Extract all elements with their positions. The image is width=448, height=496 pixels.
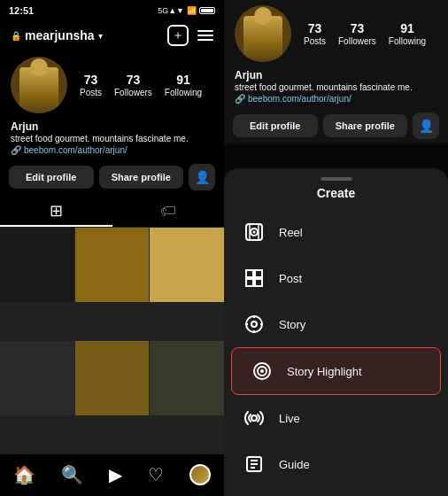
story-icon (242, 312, 266, 337)
status-icons-left: 5G▲▼ 📶 (158, 6, 215, 15)
profile-section-left: 73 Posts 73 Followers 91 Following (0, 51, 224, 119)
grid-icon: ⊞ (50, 201, 63, 221)
sheet-handle-wrap (224, 168, 448, 186)
svg-rect-5 (246, 270, 253, 277)
action-buttons-left: Edit profile Share profile 👤 (0, 159, 224, 196)
bio-name-left: Arjun (11, 120, 213, 133)
bio-text-right: street food gourmet. mountains fascinate… (235, 81, 437, 94)
share-profile-button-right[interactable]: Share profile (323, 114, 408, 137)
followers-label: Followers (114, 88, 152, 97)
guide-label: Guide (279, 458, 310, 471)
sheet-title: Create (224, 186, 448, 209)
create-post-item[interactable]: Post (224, 255, 448, 301)
grid-cell-6[interactable] (150, 341, 224, 415)
nav-search-icon[interactable]: 🔍 (61, 464, 83, 485)
nav-profile-avatar[interactable] (189, 464, 211, 485)
bio-text-left: street food gourmet. mountains fascinate… (11, 133, 213, 145)
grid-cell-4[interactable] (0, 341, 74, 415)
avatar-right (235, 5, 291, 62)
followers-count-right: 73 (351, 21, 365, 35)
link-icon: 🔗 (11, 145, 21, 155)
left-panel: 12:51 5G▲▼ 📶 🔒 mearjunsha ▾ ＋ (0, 0, 224, 496)
following-count-right: 91 (400, 21, 414, 35)
link-icon-right: 🔗 (235, 94, 245, 104)
add-person-button[interactable]: 👤 (189, 164, 215, 190)
posts-label: Posts (80, 88, 102, 97)
sheet-items: Reel Post Story Story Highlight (224, 209, 448, 487)
svg-rect-6 (255, 270, 262, 277)
following-label: Following (165, 88, 202, 97)
bio-link-left[interactable]: 🔗 beebom.com/author/arjun/ (11, 145, 213, 155)
avatar-figure-right (243, 16, 282, 62)
story-highlight-label: Story Highlight (287, 365, 362, 378)
create-reel-item[interactable]: Reel (224, 209, 448, 255)
menu-line-2 (197, 35, 213, 36)
lock-icon: 🔒 (11, 31, 21, 41)
username-left: mearjunsha (25, 28, 95, 43)
following-label-right: Following (389, 36, 426, 46)
header-left: 🔒 mearjunsha ▾ ＋ (0, 19, 224, 51)
svg-rect-8 (255, 279, 262, 286)
add-content-button[interactable]: ＋ (167, 25, 189, 46)
bio-section-right: Arjun street food gourmet. mountains fas… (224, 67, 448, 107)
add-person-button-right[interactable]: 👤 (413, 112, 439, 139)
chevron-down-icon[interactable]: ▾ (98, 31, 103, 41)
grid-cell-2[interactable] (75, 228, 150, 302)
menu-line-3 (197, 39, 213, 41)
hamburger-menu-button[interactable] (197, 30, 213, 41)
svg-rect-7 (246, 279, 253, 286)
stat-following: 91 Following (165, 73, 202, 97)
stat-following-right: 91 Following (389, 21, 426, 46)
avatar-figure (19, 67, 58, 113)
avatar-head (30, 58, 48, 76)
live-label: Live (279, 412, 300, 425)
bio-name-right: Arjun (235, 69, 437, 81)
battery-left (199, 7, 215, 14)
stats-row-right: 73 Posts 73 Followers 91 Following (304, 21, 426, 46)
post-icon (242, 266, 266, 291)
tab-bar-left: ⊞ 🏷 (0, 196, 224, 228)
photo-grid-left (0, 228, 224, 453)
followers-label-right: Followers (338, 36, 376, 46)
create-guide-item[interactable]: Guide (224, 441, 448, 487)
bio-section-left: Arjun street food gourmet. mountains fas… (0, 119, 224, 159)
create-live-item[interactable]: Live (224, 395, 448, 441)
posts-count-right: 73 (308, 21, 322, 35)
svg-point-17 (260, 369, 264, 373)
bio-link-right[interactable]: 🔗 beebom.com/author/arjun/ (235, 94, 437, 104)
sheet-handle (321, 177, 352, 181)
svg-point-18 (251, 415, 257, 421)
nav-home-icon[interactable]: 🏠 (13, 464, 35, 485)
edit-profile-button[interactable]: Edit profile (9, 166, 94, 189)
followers-count: 73 (127, 73, 141, 87)
create-story-highlight-item[interactable]: Story Highlight (231, 347, 441, 395)
header-username-wrap: 🔒 mearjunsha ▾ (11, 28, 103, 43)
person-tag-icon: 🏷 (160, 202, 176, 221)
right-panel: 12:51 4G▲▼ 📶 🔒 mearjunsha ▾ ＋ 1 (224, 0, 448, 496)
grid-cell-3[interactable] (150, 228, 224, 302)
stats-row-left: 73 Posts 73 Followers 91 Following (80, 73, 202, 97)
profile-section-right: 73 Posts 73 Followers 91 Following (224, 0, 448, 67)
action-buttons-right: Edit profile Share profile 👤 (224, 107, 448, 144)
nav-heart-icon[interactable]: ♡ (148, 464, 164, 485)
svg-point-9 (246, 316, 262, 332)
create-story-item[interactable]: Story (224, 301, 448, 347)
share-profile-button[interactable]: Share profile (99, 166, 184, 189)
avatar-left (11, 57, 67, 113)
reel-label: Reel (279, 226, 303, 239)
signal-left: 5G▲▼ (158, 6, 184, 15)
grid-cell-1[interactable] (0, 228, 74, 302)
story-highlight-icon (250, 359, 274, 384)
tab-grid[interactable]: ⊞ (0, 196, 112, 227)
posts-count: 73 (84, 73, 98, 87)
nav-reels-icon[interactable]: ▶ (109, 464, 122, 485)
stat-followers: 73 Followers (114, 73, 152, 97)
grid-cell-5[interactable] (75, 341, 150, 415)
live-icon (242, 406, 266, 430)
story-label: Story (279, 318, 305, 331)
edit-profile-button-right[interactable]: Edit profile (233, 114, 318, 137)
tab-tagged[interactable]: 🏷 (112, 196, 225, 227)
svg-point-2 (253, 231, 256, 234)
posts-label-right: Posts (304, 36, 326, 46)
post-label: Post (279, 272, 302, 285)
